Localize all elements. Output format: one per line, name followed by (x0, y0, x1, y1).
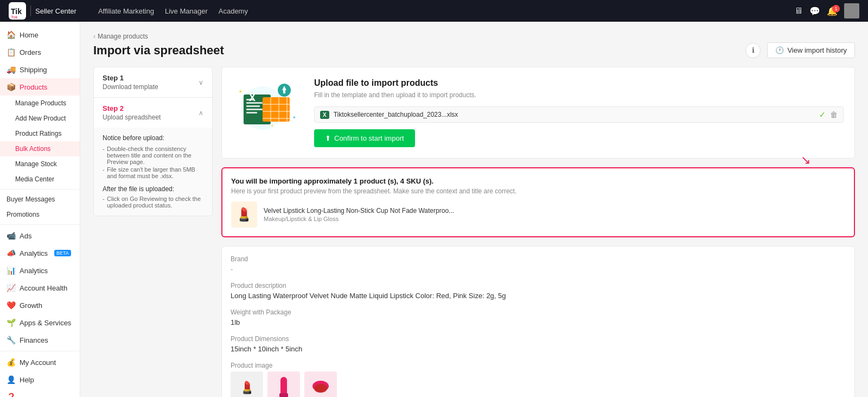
sidebar-item-help[interactable]: ❓ (0, 388, 80, 397)
notice-item-1: Double-check the consistency between tit… (103, 145, 203, 166)
sidebar-item-shipping[interactable]: 🚚 Shipping (0, 61, 80, 78)
upload-icon: ⬆ (325, 134, 331, 142)
sidebar-item-account-health[interactable]: ❤️ Growth (0, 297, 80, 314)
upload-card: X (221, 67, 855, 159)
file-name: Tiktoksellercenter_batchupload_2023...xl… (334, 111, 815, 118)
confirm-import-button[interactable]: ⬆ Confirm to start import (314, 129, 415, 147)
ads-icon: 📣 (7, 249, 15, 257)
sidebar-item-apps-services[interactable]: 🔧 Finances (0, 331, 80, 349)
page-actions: ℹ 🕐 View import history (745, 42, 855, 58)
beta-badge: BETA (54, 250, 71, 256)
step1-header[interactable]: Step 1 Download template ∨ (94, 67, 212, 97)
sidebar-item-growth[interactable]: 🌱 Apps & Services (0, 314, 80, 331)
product-images: 💄 (231, 371, 846, 397)
sidebar: 🏠 Home 📋 Orders 🚚 Shipping 📦 Products Ma… (0, 22, 80, 397)
page-header: Import via spreadsheet ℹ 🕐 View import h… (93, 42, 855, 58)
file-delete-icon[interactable]: 🗑 (830, 110, 838, 119)
svg-rect-9 (246, 112, 257, 114)
sidebar-item-ads[interactable]: 📣 Analytics BETA (0, 244, 80, 262)
step1-subtitle: Download template (103, 83, 158, 91)
excel-badge: X (320, 111, 329, 119)
products-icon: 📦 (7, 83, 15, 91)
topnav-right: 🖥 💬 🔔 1 (794, 3, 859, 18)
step1-label: Step 1 (103, 74, 158, 82)
notification-bell[interactable]: 🔔 1 (827, 6, 838, 16)
lips-svg (310, 374, 331, 397)
product-category: Makeup/Lipstick & Lip Gloss (264, 216, 454, 222)
product-thumbnail: 💄 (231, 201, 257, 228)
product-preview-row: 💄 Velvet Lipstick Long-Lasting Non-Stick… (231, 201, 845, 228)
sidebar-divider-3 (0, 351, 80, 351)
main-layout: 🏠 Home 📋 Orders 🚚 Shipping 📦 Products Ma… (0, 22, 868, 397)
steps-panel: Step 1 Download template ∨ ➜ Step 2 Uplo… (93, 67, 213, 397)
orders-icon: 📋 (7, 48, 15, 56)
main-content: ‹ Manage products Import via spreadsheet… (80, 22, 868, 397)
apps-services-icon: 🔧 (7, 336, 15, 344)
weight-value: 1lb (231, 318, 846, 326)
step2-header[interactable]: Step 2 Upload spreadsheet ∧ (94, 98, 212, 128)
user-avatar[interactable] (844, 3, 859, 18)
academy-link[interactable]: Academy (219, 7, 248, 15)
sidebar-sub-media-center[interactable]: Media Center (0, 172, 80, 187)
step1-chevron: ∨ (199, 79, 203, 86)
home-icon: 🏠 (7, 30, 15, 39)
product-image-1: 💄 (231, 371, 263, 397)
breadcrumb-chevron: ‹ (93, 33, 95, 40)
sidebar-item-orders-label: Orders (20, 48, 41, 56)
sidebar-sub-product-ratings[interactable]: Product Ratings (0, 126, 80, 141)
info-icon: ℹ (752, 46, 755, 54)
sidebar-item-finances[interactable]: 💰 My Account (0, 354, 80, 371)
annotation-arrow: ↘ (801, 153, 810, 167)
brand-label: Brand (231, 255, 846, 263)
live-video-icon: 📹 (7, 231, 15, 240)
sidebar-sub-bulk-actions[interactable]: Bulk Actions (0, 141, 80, 156)
sidebar-item-my-account[interactable]: 👤 Help (0, 371, 80, 388)
svg-text:Tok: Tok (11, 15, 18, 20)
import-preview: ↘ You will be importing approximately 1 … (221, 167, 855, 237)
sidebar-item-home[interactable]: 🏠 Home (0, 26, 80, 43)
images-label: Product image (231, 362, 846, 369)
file-check-icon: ✓ (819, 110, 826, 119)
sidebar-divider-2 (0, 224, 80, 225)
sidebar-item-analytics2-label: Account Health (20, 284, 67, 292)
sidebar-item-products[interactable]: 📦 Products (0, 78, 80, 96)
sidebar-item-live-video[interactable]: 📹 Ads (0, 227, 80, 244)
sidebar-item-analytics2[interactable]: 📈 Account Health (0, 279, 80, 297)
sidebar-sub-promotions[interactable]: Promotions (0, 207, 80, 222)
svg-rect-8 (246, 109, 263, 110)
sidebar-item-finances-label: My Account (20, 358, 56, 367)
right-panel: X (221, 67, 855, 397)
sidebar-sub-buyer-messages[interactable]: Buyer Messages (0, 192, 80, 207)
step2-body: Notice before upload: Double-check the c… (94, 128, 212, 216)
growth-icon: 🌱 (7, 318, 15, 327)
svg-text:✦: ✦ (271, 124, 274, 128)
devices-icon[interactable]: 🖥 (794, 6, 803, 16)
preview-subtitle: Here is your first product preview from … (231, 187, 845, 195)
sidebar-item-orders[interactable]: 📋 Orders (0, 43, 80, 61)
sidebar-sub-manage-products[interactable]: Manage Products (0, 96, 80, 111)
live-manager-link[interactable]: Live Manager (165, 7, 208, 15)
images-field: Product image 💄 (231, 362, 846, 397)
sidebar-sub-manage-stock[interactable]: Manage Stock (0, 156, 80, 172)
sidebar-item-analytics1-label: Analytics (20, 267, 48, 275)
sidebar-item-analytics1[interactable]: 📊 Analytics (0, 262, 80, 279)
step2-container: ➜ Step 2 Upload spreadsheet ∧ (94, 98, 212, 128)
brand-logo[interactable]: Tik Tok Seller Center (9, 2, 76, 20)
product-image-3 (304, 371, 337, 397)
step2-label: Step 2 (103, 104, 161, 112)
sidebar-divider-1 (0, 189, 80, 190)
sidebar-sub-add-new-product[interactable]: Add New Product (0, 111, 80, 126)
help-icon: ❓ (7, 393, 15, 397)
weight-label: Weight with Package (231, 308, 846, 316)
view-history-button[interactable]: 🕐 View import history (767, 42, 855, 58)
help-info-button[interactable]: ℹ (745, 43, 761, 58)
breadcrumb-parent[interactable]: Manage products (98, 33, 148, 40)
product-details: Brand - Product description Long Lasting… (221, 246, 855, 397)
brand-value: - (231, 265, 846, 273)
brand-field: Brand - (231, 255, 846, 273)
dimensions-field: Product Dimensions 15inch * 10inch * 5in… (231, 335, 846, 353)
chat-icon[interactable]: 💬 (809, 6, 820, 16)
affiliate-marketing-link[interactable]: Affiliate Marketing (98, 7, 154, 15)
after-item-1: Click on Go Reviewing to check the uploa… (103, 195, 203, 209)
after-title: After the file is uploaded: (103, 185, 203, 193)
